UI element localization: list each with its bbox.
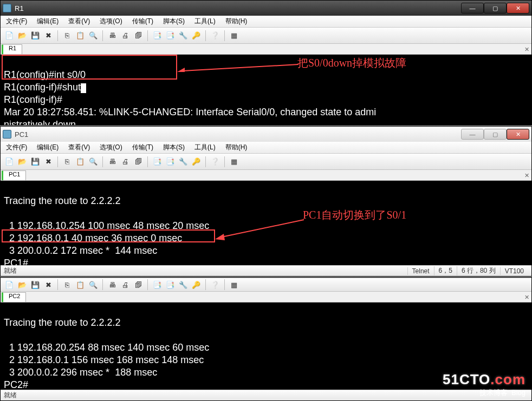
tb-save-icon[interactable]: 💾 [30,279,41,290]
tb-open-icon[interactable]: 📂 [17,30,28,41]
tb-a-icon[interactable]: 📑 [152,30,163,41]
term-line: 3 200.0.0.2 296 msec * 188 msec [4,367,157,378]
separator [147,30,148,41]
tb-paste-icon[interactable]: 📋 [75,30,86,41]
tb-print2-icon[interactable]: 🖨 [120,279,131,290]
tb-open-icon[interactable]: 📂 [17,279,28,290]
tb-tile-icon[interactable]: ▦ [229,279,239,290]
tb-print1-icon[interactable]: 🖶 [107,279,118,290]
tb-key-icon[interactable]: 🔑 [191,156,202,167]
tb-save-icon[interactable]: 💾 [30,156,41,167]
menu-edit[interactable]: 编辑(E) [35,16,61,27]
tb-a-icon[interactable]: 📑 [152,279,163,290]
status-dimensions: 6 行，80 列 [457,266,500,275]
menu-script[interactable]: 脚本(S) [161,142,187,153]
tb-print1-icon[interactable]: 🖶 [107,30,118,41]
tb-wrench-icon[interactable]: 🔧 [178,30,189,41]
tb-find-icon[interactable]: 🔍 [88,30,99,41]
terminal-pc2[interactable]: Tracing the route to 2.2.2.2 1 192.168.2… [1,303,531,390]
terminal-pc1[interactable]: Tracing the route to 2.2.2.2 1 192.168.1… [1,181,531,265]
tb-print3-icon[interactable]: 🗐 [133,279,144,290]
tb-a-icon[interactable]: 📑 [152,156,163,167]
statusbar: 就绪 [1,390,531,400]
menu-script[interactable]: 脚本(S) [161,16,187,27]
separator [224,279,225,290]
tb-find-icon[interactable]: 🔍 [88,156,99,167]
menu-file[interactable]: 文件(F) [4,16,29,27]
terminal-r1[interactable]: R1(config)#int s0/0 R1(config-if)#shut R… [1,55,531,125]
tb-b-icon[interactable]: 📑 [165,156,176,167]
menu-help[interactable]: 帮助(H) [223,16,250,27]
tb-close-icon[interactable]: ✖ [43,279,54,290]
term-line: PC2# [4,379,28,390]
separator [205,30,206,41]
tb-help-icon[interactable]: ❔ [210,156,220,167]
titlebar-pc1[interactable]: PC1 — ▢ ✕ [1,127,531,142]
menu-transfer[interactable]: 传输(T) [130,142,155,153]
tb-tile-icon[interactable]: ▦ [229,30,239,41]
tb-paste-icon[interactable]: 📋 [75,279,86,290]
tab-pc2[interactable]: PC2 [2,292,26,302]
annotation-text: PC1自动切换到了S0/1 [303,209,406,221]
minimize-button[interactable]: — [461,3,484,14]
term-line: Mar 20 18:27:58.451: %LINK-5-CHANGED: In… [4,107,376,117]
tab-close-icon[interactable]: ✕ [522,170,531,180]
menu-option[interactable]: 选项(O) [98,16,124,27]
maximize-button[interactable]: ▢ [484,129,507,140]
menu-edit[interactable]: 编辑(E) [35,142,61,153]
tb-print2-icon[interactable]: 🖨 [120,30,131,41]
window-title: R1 [15,4,24,12]
tb-save-icon[interactable]: 💾 [30,30,41,41]
tb-b-icon[interactable]: 📑 [165,279,176,290]
tb-new-icon[interactable]: 📄 [4,156,15,167]
app-icon [3,4,11,12]
close-button[interactable]: ✕ [507,129,529,140]
tab-close-icon[interactable]: ✕ [522,44,531,54]
tab-pc1[interactable]: PC1 [2,170,26,180]
minimize-button[interactable]: — [461,129,484,140]
tb-wrench-icon[interactable]: 🔧 [178,279,189,290]
tb-print3-icon[interactable]: 🗐 [133,30,144,41]
tb-print1-icon[interactable]: 🖶 [107,156,118,167]
tabstrip: PC2 ✕ [1,292,531,303]
tb-new-icon[interactable]: 📄 [4,30,15,41]
tb-print3-icon[interactable]: 🗐 [133,156,144,167]
menu-file[interactable]: 文件(F) [4,142,29,153]
tb-close-icon[interactable]: ✖ [43,156,54,167]
arrow-icon [215,218,304,240]
maximize-button[interactable]: ▢ [484,3,507,14]
menu-view[interactable]: 查看(V) [66,16,92,27]
menu-tool[interactable]: 工具(L) [192,142,218,153]
close-button[interactable]: ✕ [507,3,529,14]
tb-copy-icon[interactable]: ⎘ [62,30,73,41]
tb-close-icon[interactable]: ✖ [43,30,54,41]
tb-key-icon[interactable]: 🔑 [191,30,202,41]
tb-help-icon[interactable]: ❔ [210,30,220,41]
menu-view[interactable]: 查看(V) [66,142,92,153]
tb-wrench-icon[interactable]: 🔧 [178,156,189,167]
tab-r1[interactable]: R1 [2,44,22,54]
menu-option[interactable]: 选项(O) [98,142,124,153]
tabstrip: R1 ✕ [1,44,531,55]
tb-copy-icon[interactable]: ⎘ [62,156,73,167]
term-line: R1(config)#int s0/0 [4,69,86,80]
menu-tool[interactable]: 工具(L) [192,16,218,27]
menu-transfer[interactable]: 传输(T) [130,16,155,27]
tb-key-icon[interactable]: 🔑 [191,279,202,290]
menu-help[interactable]: 帮助(H) [223,142,250,153]
tb-tile-icon[interactable]: ▦ [229,156,239,167]
tb-help-icon[interactable]: ❔ [210,279,220,290]
tab-close-icon[interactable]: ✕ [522,292,531,302]
titlebar-r1[interactable]: R1 — ▢ ✕ [1,1,531,16]
tb-new-icon[interactable]: 📄 [4,279,15,290]
tb-b-icon[interactable]: 📑 [165,30,176,41]
term-line: PC1# [4,258,28,265]
tb-paste-icon[interactable]: 📋 [75,156,86,167]
tb-find-icon[interactable]: 🔍 [88,279,99,290]
status-emulation: VT100 [500,267,528,275]
svg-line-2 [222,220,304,237]
toolbar: 📄 📂 💾 ✖ ⎘ 📋 🔍 🖶 🖨 🗐 📑 📑 🔧 🔑 ❔ ▦ [1,278,531,292]
tb-print2-icon[interactable]: 🖨 [120,156,131,167]
tb-open-icon[interactable]: 📂 [17,156,28,167]
tb-copy-icon[interactable]: ⎘ [62,279,73,290]
